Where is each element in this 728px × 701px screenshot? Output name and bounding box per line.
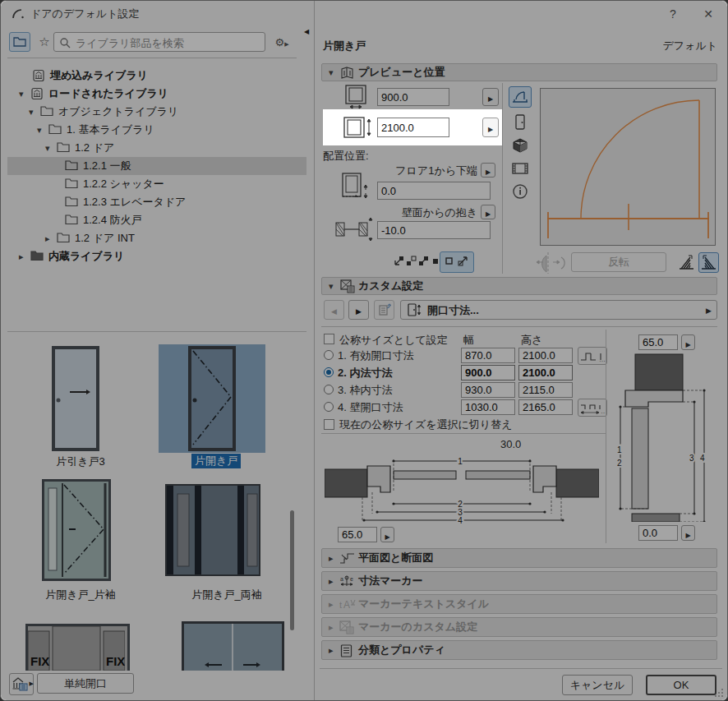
thumbnail-label[interactable]: 片開き戸_両袖 xyxy=(165,588,288,602)
size-option-label[interactable]: 3. 枠内寸法 xyxy=(338,383,392,398)
size-option-radio-4[interactable] xyxy=(324,402,334,412)
size-width-field-3[interactable] xyxy=(461,382,515,398)
size-option-label[interactable]: 1. 有効開口寸法 xyxy=(338,348,413,363)
size-option-label[interactable]: 4. 壁開口寸法 xyxy=(338,400,403,415)
plan-bottom-dim-field[interactable] xyxy=(338,527,377,542)
page-back-button[interactable]: ◀ xyxy=(324,300,344,320)
chevron-down-icon[interactable]: ▾ xyxy=(45,139,50,157)
section-marker-custom-settings[interactable]: ▸ マーカーのカスタム設定 xyxy=(321,617,717,637)
tree-item-embedded-library[interactable]: 埋め込みライブラリ xyxy=(7,67,306,85)
preview-mode-plan-button[interactable] xyxy=(509,86,532,108)
thumbnail-label[interactable]: 片開き戸_片袖 xyxy=(19,588,142,602)
preview-mode-section-button[interactable] xyxy=(509,157,532,178)
chevron-right-icon[interactable]: ▸ xyxy=(19,247,24,265)
tree-item-basic-library[interactable]: ▾ 1. 基本ライブラリ xyxy=(7,121,306,139)
ok-button[interactable]: OK xyxy=(646,675,716,695)
preview-canvas[interactable] xyxy=(540,88,716,246)
size-width-field-4[interactable] xyxy=(461,399,515,415)
thumbnail-double-door-partial[interactable] xyxy=(182,621,284,671)
thumbnail-fix-door-partial[interactable]: FIX FIX xyxy=(25,624,130,671)
size-option-label[interactable]: 2. 内法寸法 xyxy=(338,366,392,380)
vert-top-dim-field[interactable] xyxy=(638,334,678,350)
page-forward-button[interactable]: ▶ xyxy=(348,300,369,320)
size-height-field-3[interactable] xyxy=(518,382,573,398)
thumbnail-label-selected[interactable]: 片開き戸 xyxy=(191,454,241,468)
tree-item-fire-door[interactable]: 1.2.4 防火戸 xyxy=(7,211,306,229)
resize-grip-icon[interactable] xyxy=(714,688,724,698)
settings-page-dropdown[interactable]: 開口寸法... ▶ xyxy=(400,300,717,320)
door-width-field[interactable] xyxy=(377,88,449,106)
thumbnail-sliding-door-3[interactable] xyxy=(52,346,99,451)
vert-top-flyout-button[interactable]: ▶ xyxy=(681,334,695,350)
flip-button[interactable]: 反転 xyxy=(571,252,666,272)
section-marker-text-style[interactable]: ▸ tA マーカーテキストスタイル xyxy=(321,594,717,614)
size-width-field-1[interactable] xyxy=(461,348,515,363)
title-bar[interactable]: ドアのデフォルト設定 ? ✕ xyxy=(1,1,728,25)
chevron-down-icon[interactable]: ▾ xyxy=(29,103,34,121)
vert-bottom-dim-field[interactable] xyxy=(638,525,678,541)
chevron-down-icon[interactable]: ▾ xyxy=(37,121,42,139)
thumbnail-swing-door-two-sidelights[interactable] xyxy=(165,484,260,576)
cancel-button[interactable]: キャンセル xyxy=(562,675,633,695)
size-height-field-2[interactable] xyxy=(518,365,573,380)
tree-item-elevator-door[interactable]: 1.2.3 エレベータドア xyxy=(7,193,306,211)
size-option-radio-3[interactable] xyxy=(324,385,334,394)
tree-item-shutter[interactable]: 1.2.2 シャッター xyxy=(7,175,306,193)
swing-direction-left-button[interactable] xyxy=(676,252,697,273)
search-input[interactable] xyxy=(74,34,262,52)
preview-mode-elevation-button[interactable] xyxy=(509,111,532,132)
splitter[interactable] xyxy=(7,331,306,332)
search-settings-button[interactable]: ⚙▶ xyxy=(270,32,294,52)
chevron-right-icon[interactable]: ▸ xyxy=(45,229,50,247)
thumbnail-label[interactable]: 片引き戸3 xyxy=(19,454,142,469)
library-flyout-button[interactable]: ▶ xyxy=(9,673,34,695)
floor-anchor-field[interactable] xyxy=(377,182,491,200)
vert-bottom-flyout-button[interactable]: ▶ xyxy=(681,525,695,541)
help-button[interactable]: ? xyxy=(661,4,684,24)
library-search-box[interactable] xyxy=(53,32,265,52)
section-preview-position[interactable]: ▾ プレビューと位置 xyxy=(321,63,717,81)
nominal-size-checkbox[interactable] xyxy=(324,334,334,344)
favorites-button[interactable]: ☆ xyxy=(34,32,55,52)
floor-anchor-flyout-button[interactable]: ▶ xyxy=(481,163,495,178)
switch-nominal-checkbox[interactable] xyxy=(324,419,334,430)
tree-item-doors-int[interactable]: ▸ 1.2 ドア INT xyxy=(7,229,306,247)
size-width-field-2[interactable] xyxy=(461,365,515,380)
chevron-down-icon[interactable]: ▾ xyxy=(19,85,24,103)
reveal-field[interactable] xyxy=(377,221,491,239)
door-height-field[interactable] xyxy=(377,118,449,137)
transfer-settings-button[interactable] xyxy=(374,300,394,320)
anchor-option-icon[interactable] xyxy=(430,256,440,266)
panel-collapse-arrow-icon[interactable]: ◀ xyxy=(304,28,309,35)
tree-item-object-library[interactable]: ▾ オブジェクトライブラリ xyxy=(7,103,306,121)
preview-info-button[interactable] xyxy=(509,180,532,201)
size-height-field-4[interactable] xyxy=(518,399,573,415)
thumbnail-swing-door-one-sidelight[interactable] xyxy=(42,479,111,581)
folder-view-button[interactable] xyxy=(9,32,30,52)
size-height-field-1[interactable] xyxy=(518,348,573,363)
anchor-option-icon[interactable] xyxy=(458,256,468,266)
preview-mode-3d-button[interactable] xyxy=(509,134,532,155)
opening-dim-standard-button[interactable]: … xyxy=(578,347,607,365)
reveal-flyout-button[interactable]: ▶ xyxy=(481,205,495,219)
tree-item-loaded-libraries[interactable]: ▾ ロードされたライブラリ xyxy=(7,85,306,103)
swing-direction-right-button[interactable] xyxy=(698,252,719,273)
section-classification-properties[interactable]: ▸ 分類とプロパティ xyxy=(321,640,717,660)
anchor-option-icon-selected[interactable] xyxy=(444,256,454,266)
plan-dim-flyout-button[interactable]: ▶ xyxy=(380,527,394,542)
thumbnail-scrollbar[interactable] xyxy=(290,510,294,630)
size-option-radio-1[interactable] xyxy=(324,350,334,360)
simple-opening-button[interactable]: 単純開口 xyxy=(37,673,134,694)
anchor-option-icon[interactable] xyxy=(406,256,417,266)
height-flyout-button[interactable]: ▶ xyxy=(482,118,499,137)
anchor-option-icon[interactable] xyxy=(394,256,404,266)
thumbnail-single-swing-door[interactable] xyxy=(188,346,236,451)
tree-item-doors[interactable]: ▾ 1.2 ドア xyxy=(7,139,306,157)
tree-item-builtin-library[interactable]: ▸ 内蔵ライブラリ xyxy=(7,247,306,265)
section-custom-settings[interactable]: ▾ カスタム設定 xyxy=(321,277,717,295)
size-option-radio-2-selected[interactable] xyxy=(324,367,334,377)
tree-item-general[interactable]: 1.2.1 一般 xyxy=(7,157,306,175)
close-button[interactable]: ✕ xyxy=(697,4,720,24)
section-plan-and-section[interactable]: ▸ 平面図と断面図 xyxy=(321,548,717,568)
section-dimension-marker[interactable]: ▸ ae 寸法マーカー xyxy=(321,571,717,591)
